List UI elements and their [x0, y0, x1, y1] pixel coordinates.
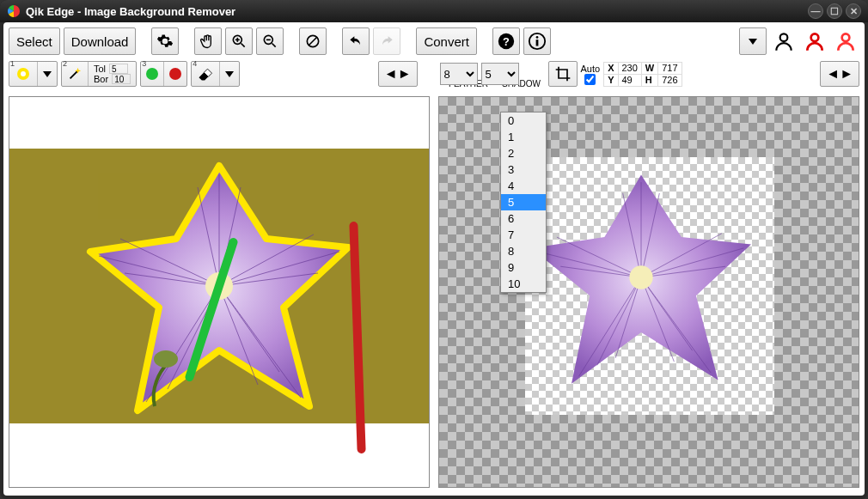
- minimize-button[interactable]: —: [808, 3, 823, 19]
- svg-point-16: [811, 33, 819, 41]
- tool-badge-3: 3: [142, 59, 146, 68]
- svg-point-19: [21, 71, 26, 76]
- shadow-option[interactable]: 8: [501, 243, 546, 259]
- download-button[interactable]: Download: [64, 27, 137, 55]
- green-dot-icon: [146, 68, 158, 80]
- pan-button[interactable]: [194, 27, 222, 55]
- shadow-option[interactable]: 7: [501, 227, 546, 243]
- tool-badge-1: 1: [10, 59, 15, 68]
- tol-value[interactable]: 5: [109, 64, 128, 74]
- zoom-in-button[interactable]: [225, 27, 253, 55]
- svg-point-17: [842, 33, 850, 41]
- svg-point-53: [629, 265, 652, 289]
- help-icon: ?: [497, 32, 516, 51]
- shadow-option[interactable]: 10: [501, 276, 546, 292]
- edge-tool[interactable]: [9, 61, 58, 87]
- no-icon: [304, 33, 321, 50]
- svg-line-9: [309, 37, 317, 46]
- auto-checkbox[interactable]: [584, 74, 596, 85]
- shadow-option[interactable]: 9: [501, 259, 546, 276]
- eraser-icon: [197, 65, 214, 82]
- dropdown-toggle[interactable]: [739, 27, 767, 55]
- bor-value[interactable]: 10: [112, 74, 131, 84]
- flower-cutout: [517, 149, 766, 406]
- eraser-tool[interactable]: [191, 61, 240, 87]
- shadow-option[interactable]: 3: [501, 161, 546, 178]
- arrow-left-icon: ◄: [384, 67, 398, 81]
- help-button[interactable]: ?: [492, 27, 520, 55]
- svg-point-37: [154, 350, 178, 368]
- zoom-out-icon: [261, 33, 278, 50]
- shadow-option[interactable]: 5: [501, 194, 546, 210]
- crop-region: [525, 157, 774, 415]
- wand-tool[interactable]: Tol5 Bor10: [61, 61, 137, 87]
- right-nav-arrows[interactable]: ◄►: [820, 61, 859, 87]
- crop-icon: [554, 65, 572, 82]
- chevron-down-icon: [749, 39, 757, 45]
- svg-rect-14: [536, 40, 539, 46]
- ring-icon: [15, 65, 32, 82]
- user-mode-1[interactable]: [770, 27, 798, 55]
- arrow-right-icon: ►: [840, 67, 853, 81]
- main-toolbar: Select Download: [9, 26, 859, 57]
- wand-icon: [67, 66, 83, 82]
- chevron-down-icon: [225, 71, 234, 77]
- coord-y[interactable]: 49: [618, 74, 641, 86]
- convert-button[interactable]: Convert: [416, 27, 477, 55]
- svg-point-13: [536, 36, 539, 39]
- titlebar: Qik Edge - Image Background Remover — ☐ …: [0, 0, 868, 22]
- redo-icon: [378, 33, 395, 50]
- left-nav-arrows[interactable]: ◄►: [378, 61, 418, 87]
- app-icon: [7, 4, 21, 18]
- hand-icon: [199, 33, 217, 50]
- arrow-right-icon: ►: [398, 67, 412, 81]
- shadow-option[interactable]: 2: [501, 145, 546, 161]
- cancel-button[interactable]: [299, 27, 327, 55]
- tool-badge-2: 2: [63, 59, 67, 68]
- source-panel[interactable]: [9, 96, 430, 488]
- undo-button[interactable]: [342, 27, 370, 55]
- select-button[interactable]: Select: [9, 27, 60, 55]
- feather-select[interactable]: 8: [440, 63, 478, 85]
- shadow-select[interactable]: 5: [481, 63, 519, 85]
- crop-tool[interactable]: [548, 61, 578, 87]
- close-button[interactable]: ✕: [846, 3, 861, 19]
- marker-tool[interactable]: [140, 61, 187, 87]
- tolerance-box: Tol5 Bor10: [88, 62, 136, 86]
- chevron-down-icon: [43, 71, 52, 77]
- info-button[interactable]: [523, 27, 551, 55]
- coord-h[interactable]: 726: [658, 74, 682, 86]
- shadow-option[interactable]: 0: [501, 113, 546, 129]
- undo-icon: [347, 33, 364, 50]
- arrow-left-icon: ◄: [826, 67, 840, 81]
- zoom-out-button[interactable]: [256, 27, 284, 55]
- shadow-dropdown: 0 1 2 3 4 5 6 7 8 9 10: [500, 112, 547, 293]
- info-icon: [528, 32, 547, 51]
- coord-x[interactable]: 230: [618, 62, 641, 74]
- window-title: Qik Edge - Image Background Remover: [26, 5, 235, 18]
- maximize-button[interactable]: ☐: [827, 3, 842, 19]
- svg-line-6: [272, 44, 276, 47]
- source-image: [9, 149, 429, 423]
- shadow-option[interactable]: 1: [501, 129, 546, 145]
- workspace: [9, 96, 859, 488]
- tool-options-bar: 1 2 Tol5 Bor10: [9, 58, 859, 89]
- auto-crop: Auto: [581, 64, 601, 85]
- coordinate-box: X230W717 Y49H726: [603, 62, 682, 87]
- svg-line-2: [241, 44, 245, 47]
- auto-label: Auto: [581, 64, 601, 74]
- user-mode-2[interactable]: [801, 27, 828, 55]
- zoom-in-icon: [230, 33, 248, 50]
- svg-text:?: ?: [503, 35, 510, 48]
- svg-point-15: [780, 33, 788, 41]
- red-dot-icon: [169, 68, 181, 80]
- settings-button[interactable]: [151, 27, 179, 55]
- coord-w[interactable]: 717: [658, 62, 682, 74]
- tool-badge-4: 4: [193, 59, 197, 68]
- gear-icon: [156, 33, 174, 50]
- shadow-option[interactable]: 6: [501, 210, 546, 227]
- svg-line-20: [70, 70, 78, 78]
- redo-button[interactable]: [373, 27, 400, 55]
- user-mode-3[interactable]: [832, 27, 859, 55]
- shadow-option[interactable]: 4: [501, 178, 546, 194]
